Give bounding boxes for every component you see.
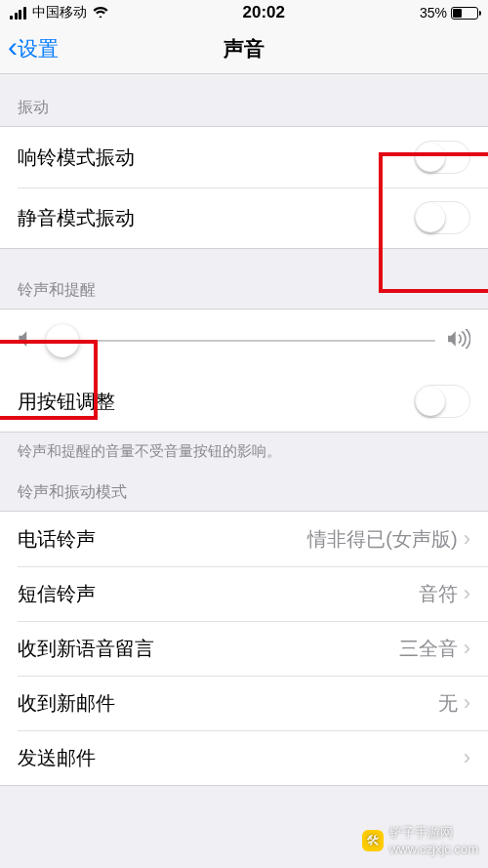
row-label: 用按钮调整 <box>18 389 115 415</box>
chevron-right-icon: › <box>464 526 470 552</box>
section-header-vibration: 振动 <box>0 74 488 126</box>
row-label: 短信铃声 <box>18 581 96 607</box>
back-label: 设置 <box>18 35 59 62</box>
status-right: 35% <box>420 5 478 21</box>
chevron-right-icon: › <box>464 581 470 606</box>
row-label: 发送邮件 <box>18 745 96 771</box>
back-button[interactable]: ‹ 设置 <box>8 23 59 73</box>
section-footer-ringer: 铃声和提醒的音量不受音量按钮的影响。 <box>0 433 488 469</box>
adjust-group: 用按钮调整 <box>0 371 488 433</box>
section-header-ringer: 铃声和提醒 <box>0 249 488 309</box>
row-value: 无 <box>438 690 458 717</box>
watermark-logo-icon: 🛠 <box>362 830 384 851</box>
volume-low-icon <box>18 330 31 351</box>
row-adjust-buttons: 用按钮调整 <box>0 371 488 432</box>
row-sent-mail[interactable]: 发送邮件 › <box>0 730 488 785</box>
patterns-group: 电话铃声 情非得已(女声版) › 短信铃声 音符 › 收到新语音留言 三全音 ›… <box>0 511 488 786</box>
chevron-left-icon: ‹ <box>8 32 18 62</box>
watermark: 🛠 铲子手游网 www.czjxjc.com <box>362 824 478 856</box>
row-label: 静音模式振动 <box>18 205 135 231</box>
row-label: 收到新语音留言 <box>18 636 154 662</box>
vibration-group: 响铃模式振动 静音模式振动 <box>0 126 488 249</box>
watermark-site: 铲子手游网 <box>389 824 478 842</box>
battery-percent: 35% <box>420 5 447 21</box>
row-label: 电话铃声 <box>18 526 96 553</box>
nav-bar: ‹ 设置 声音 <box>0 23 488 74</box>
row-new-mail[interactable]: 收到新邮件 无 › <box>0 676 488 730</box>
wifi-icon <box>93 5 108 21</box>
volume-high-icon <box>447 329 470 352</box>
chevron-right-icon: › <box>464 745 470 770</box>
carrier-label: 中国移动 <box>32 4 87 21</box>
page-title: 声音 <box>224 35 264 62</box>
row-silent-vibrate: 静音模式振动 <box>0 187 488 248</box>
row-value: 音符 <box>419 581 458 607</box>
signal-icon <box>10 7 26 20</box>
slider-thumb[interactable] <box>46 324 79 357</box>
status-time: 20:02 <box>242 3 284 22</box>
row-ring-vibrate: 响铃模式振动 <box>0 127 488 187</box>
row-voicemail[interactable]: 收到新语音留言 三全音 › <box>0 621 488 676</box>
chevron-right-icon: › <box>464 636 470 661</box>
volume-slider-row <box>0 309 488 371</box>
chevron-right-icon: › <box>464 690 470 716</box>
battery-icon <box>451 7 478 20</box>
switch-adjust-buttons[interactable] <box>414 385 470 418</box>
row-text-tone[interactable]: 短信铃声 音符 › <box>0 566 488 621</box>
row-label: 收到新邮件 <box>18 690 115 717</box>
watermark-url: www.czjxjc.com <box>389 842 478 856</box>
row-ringtone[interactable]: 电话铃声 情非得已(女声版) › <box>0 512 488 566</box>
switch-silent-vibrate[interactable] <box>414 201 470 234</box>
row-value: 三全音 <box>399 636 458 662</box>
status-bar: 中国移动 20:02 35% <box>0 0 488 23</box>
row-value: 情非得已(女声版) <box>307 526 457 553</box>
switch-ring-vibrate[interactable] <box>414 141 470 174</box>
volume-slider[interactable] <box>43 340 435 342</box>
row-label: 响铃模式振动 <box>18 145 135 171</box>
status-left: 中国移动 <box>10 4 108 21</box>
section-header-patterns: 铃声和振动模式 <box>0 469 488 511</box>
